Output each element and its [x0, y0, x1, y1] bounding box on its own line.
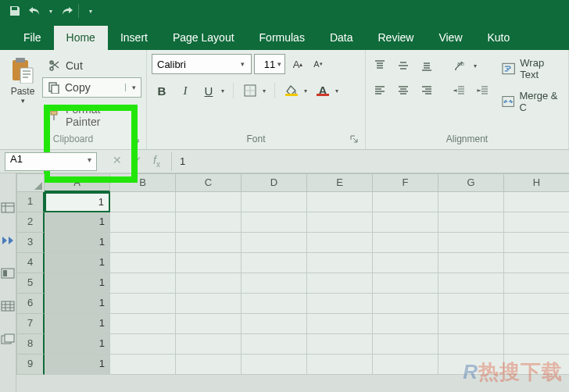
- row-header-3[interactable]: 3: [16, 233, 45, 253]
- align-bottom-button[interactable]: [417, 57, 436, 74]
- fill-color-dropdown-icon[interactable]: ▾: [302, 80, 310, 101]
- cell-D9[interactable]: [242, 355, 307, 375]
- tab-page-layout[interactable]: Page Layout: [160, 26, 247, 50]
- cell-F8[interactable]: [373, 334, 438, 355]
- decrease-font-size-button[interactable]: A▾: [310, 55, 327, 73]
- cell-A3[interactable]: 1: [45, 233, 110, 253]
- row-header-4[interactable]: 4: [16, 253, 45, 273]
- cell-B8[interactable]: [110, 334, 176, 355]
- cell-H7[interactable]: [504, 314, 569, 334]
- font-color-button[interactable]: A: [313, 80, 333, 101]
- row-header-6[interactable]: 6: [16, 294, 45, 314]
- underline-button[interactable]: U: [199, 80, 219, 101]
- underline-dropdown-icon[interactable]: ▾: [219, 80, 227, 101]
- copy-button[interactable]: Copy ▾: [42, 77, 141, 98]
- font-size-dropdown-icon[interactable]: ▾: [277, 60, 281, 68]
- cell-D5[interactable]: [242, 273, 307, 294]
- align-left-button[interactable]: [370, 82, 389, 99]
- cell-C1[interactable]: [176, 192, 242, 212]
- align-center-button[interactable]: [394, 82, 413, 99]
- cell-A5[interactable]: 1: [45, 273, 110, 294]
- strip-icon-4[interactable]: [0, 298, 16, 314]
- enter-formula-icon[interactable]: ✓: [133, 154, 142, 169]
- cell-F1[interactable]: [373, 192, 438, 212]
- cell-E4[interactable]: [307, 253, 373, 273]
- tab-kutools[interactable]: Kuto: [475, 26, 523, 50]
- font-dialog-icon[interactable]: [350, 135, 359, 146]
- cell-F2[interactable]: [373, 212, 438, 233]
- cell-A8[interactable]: 1: [45, 334, 110, 355]
- cell-E8[interactable]: [307, 334, 373, 355]
- cell-A2[interactable]: 1: [45, 212, 110, 233]
- cell-F3[interactable]: [373, 233, 438, 253]
- italic-button[interactable]: I: [175, 80, 195, 101]
- spreadsheet-grid[interactable]: ABCDEFGH 112131415161718191: [16, 173, 569, 392]
- cell-A6[interactable]: 1: [45, 294, 110, 314]
- cell-C4[interactable]: [176, 253, 242, 273]
- select-all-corner[interactable]: [16, 173, 45, 192]
- align-right-button[interactable]: [417, 82, 436, 99]
- cell-G9[interactable]: [438, 355, 504, 375]
- column-header-B[interactable]: B: [110, 173, 176, 192]
- strip-icon-5[interactable]: [0, 331, 16, 347]
- cell-E9[interactable]: [307, 355, 373, 375]
- cell-H6[interactable]: [504, 294, 569, 314]
- cell-C7[interactable]: [176, 314, 242, 334]
- cancel-formula-icon[interactable]: ✕: [113, 154, 122, 169]
- tab-review[interactable]: Review: [366, 26, 427, 50]
- cell-E7[interactable]: [307, 314, 373, 334]
- row-header-2[interactable]: 2: [16, 212, 45, 233]
- align-top-button[interactable]: [370, 57, 389, 74]
- cell-E1[interactable]: [307, 192, 373, 212]
- cell-G3[interactable]: [438, 233, 504, 253]
- tab-data[interactable]: Data: [317, 26, 366, 50]
- tab-home[interactable]: Home: [54, 26, 108, 50]
- cell-C8[interactable]: [176, 334, 242, 355]
- formula-input[interactable]: [171, 152, 569, 171]
- cell-D3[interactable]: [242, 233, 307, 253]
- clipboard-dialog-icon[interactable]: [131, 135, 140, 146]
- align-middle-button[interactable]: [394, 57, 413, 74]
- copy-dropdown-icon[interactable]: ▾: [125, 84, 136, 91]
- format-painter-button[interactable]: Format Painter: [42, 99, 141, 132]
- row-header-9[interactable]: 9: [16, 355, 45, 375]
- cell-B1[interactable]: [110, 192, 176, 212]
- tab-insert[interactable]: Insert: [108, 26, 160, 50]
- name-box[interactable]: A1: [5, 152, 97, 171]
- font-name-dropdown-icon[interactable]: ▾: [241, 60, 245, 68]
- cell-B4[interactable]: [110, 253, 176, 273]
- cell-A4[interactable]: 1: [45, 253, 110, 273]
- cell-D1[interactable]: [242, 192, 307, 212]
- cell-C9[interactable]: [176, 355, 242, 375]
- row-header-8[interactable]: 8: [16, 334, 45, 355]
- cut-button[interactable]: Cut: [42, 55, 141, 76]
- paste-dropdown-icon[interactable]: ▾: [21, 97, 25, 105]
- cell-B2[interactable]: [110, 212, 176, 233]
- cell-F6[interactable]: [373, 294, 438, 314]
- cell-H8[interactable]: [504, 334, 569, 355]
- save-icon[interactable]: [5, 2, 25, 20]
- cell-G6[interactable]: [438, 294, 504, 314]
- cell-E3[interactable]: [307, 233, 373, 253]
- bold-button[interactable]: B: [152, 80, 172, 101]
- cell-E5[interactable]: [307, 273, 373, 294]
- cell-D8[interactable]: [242, 334, 307, 355]
- cell-G7[interactable]: [438, 314, 504, 334]
- column-header-D[interactable]: D: [242, 173, 307, 192]
- cell-G1[interactable]: [438, 192, 504, 212]
- row-header-1[interactable]: 1: [16, 192, 45, 212]
- cell-G5[interactable]: [438, 273, 504, 294]
- strip-icon-3[interactable]: [0, 265, 16, 281]
- cell-G2[interactable]: [438, 212, 504, 233]
- cell-D4[interactable]: [242, 253, 307, 273]
- increase-indent-button[interactable]: [474, 82, 492, 99]
- cell-D6[interactable]: [242, 294, 307, 314]
- cell-A7[interactable]: 1: [45, 314, 110, 334]
- cell-A1[interactable]: 1: [45, 192, 110, 212]
- cell-F9[interactable]: [373, 355, 438, 375]
- cell-C3[interactable]: [176, 233, 242, 253]
- customize-qat-icon[interactable]: ▾: [81, 2, 101, 20]
- cell-F7[interactable]: [373, 314, 438, 334]
- font-name-input[interactable]: [152, 54, 252, 74]
- merge-center-button[interactable]: Merge & C: [502, 90, 564, 113]
